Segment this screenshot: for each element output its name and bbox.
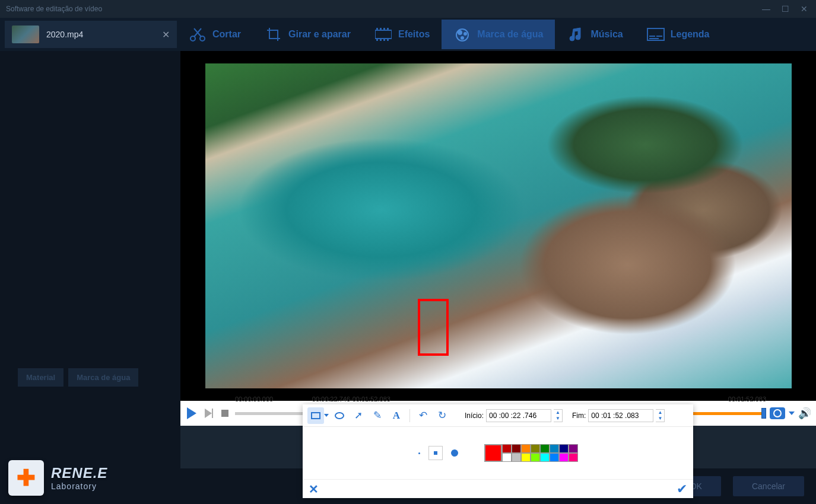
svg-rect-5 xyxy=(383,28,385,30)
color-swatch[interactable] xyxy=(521,444,531,453)
svg-point-13 xyxy=(464,33,466,35)
cancel-button[interactable]: Cancelar xyxy=(733,476,804,496)
color-swatch[interactable] xyxy=(540,453,550,462)
brand-sub: Laboratory xyxy=(51,481,107,491)
subtitle-icon xyxy=(647,26,665,43)
color-swatch[interactable] xyxy=(531,444,540,453)
svg-rect-4 xyxy=(380,28,382,30)
crop-icon xyxy=(265,26,282,43)
color-palette xyxy=(484,444,578,462)
scissors-icon xyxy=(189,26,207,43)
top-bar: 2020.mp4 ✕ Cortar Girar e aparar Efeitos xyxy=(0,18,816,51)
tool-label: Efeitos xyxy=(398,29,430,40)
sidebar: Material Marca de água ✚ RENE.E Laborato… xyxy=(0,51,180,504)
tool-music[interactable]: Música xyxy=(555,20,634,49)
svg-point-14 xyxy=(461,37,463,39)
sidebar-tab-material[interactable]: Material xyxy=(18,368,63,387)
color-swatch[interactable] xyxy=(540,444,550,453)
video-preview[interactable] xyxy=(180,51,816,401)
tool-label: Marca de água xyxy=(477,29,543,40)
color-swatch[interactable] xyxy=(502,444,512,453)
tool-label: Girar e aparar xyxy=(288,29,351,40)
pen-tool[interactable]: ✎ xyxy=(369,407,386,424)
watermark-editor: ➚ ✎ A ↶ ↻ Início: ▲▼ Fim: ▲▼ xyxy=(303,404,693,498)
tool-subtitle[interactable]: Legenda xyxy=(635,20,722,49)
file-close-icon[interactable]: ✕ xyxy=(162,29,170,40)
tool-cut[interactable]: Cortar xyxy=(177,20,253,49)
logo-icon: ✚ xyxy=(8,460,44,496)
color-swatch[interactable] xyxy=(559,444,569,453)
stop-button[interactable] xyxy=(218,407,231,420)
ellipse-tool[interactable] xyxy=(331,407,348,424)
close-icon[interactable]: ✕ xyxy=(798,4,810,14)
maximize-icon[interactable]: ☐ xyxy=(779,4,791,14)
redo-icon[interactable]: ↻ xyxy=(434,407,450,424)
start-down-icon[interactable]: ▼ xyxy=(554,416,562,422)
svg-rect-8 xyxy=(380,39,382,41)
play-button[interactable] xyxy=(185,407,198,420)
tool-label: Legenda xyxy=(671,29,710,40)
color-swatch[interactable] xyxy=(559,453,569,462)
svg-rect-6 xyxy=(387,28,389,30)
color-swatch[interactable] xyxy=(550,444,559,453)
editor-confirm-icon[interactable]: ✔ xyxy=(677,481,687,497)
sidebar-tab-watermark[interactable]: Marca de água xyxy=(68,368,138,387)
undo-icon[interactable]: ↶ xyxy=(415,407,431,424)
editor-cancel-icon[interactable]: ✕ xyxy=(309,482,319,496)
size-preview[interactable] xyxy=(428,446,443,460)
watermark-icon xyxy=(453,26,471,43)
svg-rect-9 xyxy=(383,39,385,41)
tool-rotate[interactable]: Girar e aparar xyxy=(253,20,363,49)
time-start: 00:00:00.000 xyxy=(235,395,273,403)
tool-label: Música xyxy=(590,29,623,40)
end-down-icon[interactable]: ▼ xyxy=(656,416,664,422)
file-name: 2020.mp4 xyxy=(46,30,155,39)
start-time-input[interactable] xyxy=(486,409,551,422)
time-end: 00:01:52.083 xyxy=(728,395,766,403)
color-swatch[interactable] xyxy=(569,453,578,462)
rect-tool[interactable] xyxy=(307,407,324,424)
snapshot-dropdown-icon[interactable] xyxy=(789,412,795,415)
svg-rect-7 xyxy=(376,39,378,41)
file-thumbnail xyxy=(12,25,39,43)
volume-icon[interactable]: 🔊 xyxy=(798,407,811,420)
arrow-tool[interactable]: ➚ xyxy=(350,407,367,424)
end-label: Fim: xyxy=(572,412,586,420)
svg-point-12 xyxy=(458,31,462,34)
next-button[interactable] xyxy=(202,407,215,420)
music-icon xyxy=(567,26,585,43)
file-tab[interactable]: 2020.mp4 ✕ xyxy=(5,21,177,48)
range-end-handle[interactable] xyxy=(761,408,766,419)
color-swatch[interactable] xyxy=(521,453,531,462)
tool-label: Cortar xyxy=(212,29,241,40)
brand-name: RENE.E xyxy=(51,465,107,481)
color-swatch[interactable] xyxy=(502,453,512,462)
watermark-selection-box[interactable] xyxy=(418,299,449,356)
end-up-icon[interactable]: ▲ xyxy=(656,410,664,416)
color-swatch[interactable] xyxy=(531,453,540,462)
tool-watermark[interactable]: Marca de água xyxy=(442,20,555,49)
size-large[interactable] xyxy=(451,449,458,457)
svg-rect-10 xyxy=(387,39,389,41)
film-icon xyxy=(374,26,392,43)
end-time-input[interactable] xyxy=(588,409,653,422)
start-up-icon[interactable]: ▲ xyxy=(554,410,562,416)
color-swatch[interactable] xyxy=(569,444,578,453)
window-title: Software de editação de vídeo xyxy=(6,5,102,13)
tool-effects[interactable]: Efeitos xyxy=(363,20,442,49)
minimize-icon[interactable]: — xyxy=(760,4,772,14)
text-tool[interactable]: A xyxy=(388,407,405,424)
tools-bar: Cortar Girar e aparar Efeitos Marca de á… xyxy=(177,18,816,51)
svg-rect-2 xyxy=(375,30,392,39)
color-swatch[interactable] xyxy=(512,444,521,453)
time-range: 00:00:22.746-00:01:52.083 xyxy=(312,395,390,403)
current-color[interactable] xyxy=(484,444,502,462)
svg-rect-3 xyxy=(376,28,378,30)
snapshot-icon[interactable] xyxy=(770,407,785,419)
color-swatch[interactable] xyxy=(550,453,559,462)
brand-logo: ✚ RENE.E Laboratory xyxy=(0,452,180,504)
start-label: Início: xyxy=(465,412,484,420)
color-swatch[interactable] xyxy=(512,453,521,462)
size-small[interactable] xyxy=(418,452,420,454)
dropdown-icon[interactable] xyxy=(324,414,329,417)
